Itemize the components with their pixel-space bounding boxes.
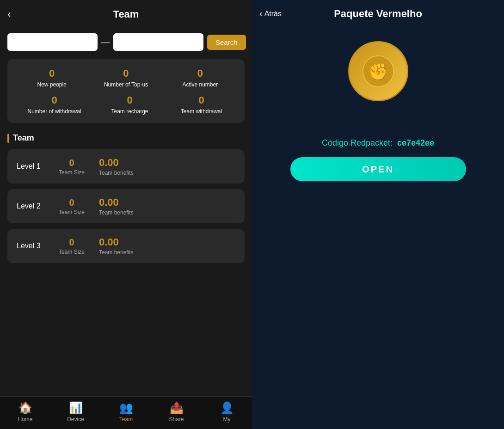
- right-back-label: Atrás: [264, 10, 282, 18]
- stat-number-topus-label: Number of Top-us: [104, 81, 148, 88]
- nav-home[interactable]: 🏠 Home: [12, 401, 39, 423]
- redpacket-code-row: Código Redpacket: ce7e42ee: [322, 138, 434, 148]
- level-1-team-size-val: 0: [69, 158, 74, 168]
- redpacket-code-label: Código Redpacket:: [322, 138, 393, 148]
- stat-team-withdrawal-value: 0: [198, 94, 204, 106]
- stat-active-number-label: Active number: [182, 81, 218, 88]
- my-icon: 👤: [220, 401, 234, 414]
- level-3-name: Level 3: [17, 242, 44, 250]
- search-input-1[interactable]: [7, 33, 98, 51]
- logo-circle: ✊ U: [348, 41, 408, 101]
- svg-text:U: U: [374, 65, 382, 79]
- level-2-team-size-val: 0: [69, 197, 74, 208]
- logo-inner: ✊ U: [355, 48, 401, 94]
- stat-team-withdrawal: 0 Team withdrawal: [178, 94, 225, 115]
- home-icon: 🏠: [18, 401, 32, 414]
- left-header: ‹ Team: [0, 0, 252, 29]
- stat-withdrawal-label: Number of withdrawal: [27, 108, 81, 115]
- stat-withdrawal: 0 Number of withdrawal: [27, 94, 81, 115]
- stat-new-people: 0 New people: [29, 67, 75, 88]
- nav-my-label: My: [223, 416, 231, 423]
- level-1-benefits-label: Team benefits: [99, 170, 134, 176]
- redpacket-code-value: ce7e42ee: [397, 138, 434, 148]
- nav-share[interactable]: 📤 Share: [163, 401, 191, 423]
- left-title: Team: [113, 8, 139, 20]
- nav-my[interactable]: 👤 My: [213, 401, 241, 423]
- right-header: ‹ Atrás Paquete Vermelho: [252, 0, 504, 27]
- search-dash: —: [101, 37, 110, 47]
- stats-row-2: 0 Number of withdrawal 0 Team recharge 0…: [15, 94, 237, 115]
- stat-recharge-label: Team recharge: [111, 108, 148, 115]
- level-2-name: Level 2: [17, 202, 44, 210]
- search-input-2[interactable]: [113, 33, 203, 51]
- level-3-benefits-block: 0.00 Team benefits: [99, 236, 134, 256]
- stat-number-topus-value: 0: [123, 67, 129, 80]
- search-bar: — Search: [0, 29, 252, 55]
- nav-share-label: Share: [169, 416, 184, 423]
- stat-team-withdrawal-label: Team withdrawal: [181, 108, 222, 115]
- right-panel: ‹ Atrás Paquete Vermelho ✊ U Código Redp…: [252, 0, 504, 429]
- level-1-benefits-block: 0.00 Team benefits: [99, 157, 134, 176]
- title-bar-accent: [7, 134, 9, 143]
- nav-home-label: Home: [18, 416, 32, 423]
- stat-withdrawal-value: 0: [51, 94, 57, 106]
- stat-active-number-value: 0: [197, 67, 203, 80]
- stats-card: 0 New people 0 Number of Top-us 0 Active…: [7, 59, 245, 123]
- logo-icon: ✊ U: [362, 55, 394, 87]
- level-2-benefits-val: 0.00: [99, 196, 134, 208]
- stats-row-1: 0 New people 0 Number of Top-us 0 Active…: [15, 67, 237, 88]
- open-button[interactable]: OPEN: [290, 157, 466, 181]
- level-1-name: Level 1: [17, 162, 44, 171]
- level-2-team-size-label: Team Size: [59, 209, 85, 215]
- nav-device-label: Device: [67, 416, 84, 423]
- team-section-title: Team: [0, 127, 252, 147]
- level-2-benefits-block: 0.00 Team benefits: [99, 196, 134, 216]
- bottom-nav: 🏠 Home 📊 Device 👥 Team 📤 Share 👤 My: [0, 396, 252, 429]
- level-3-card: Level 3 0 Team Size 0.00 Team benefits: [7, 229, 245, 263]
- left-back-button[interactable]: ‹: [7, 8, 11, 20]
- level-3-team-size-val: 0: [69, 237, 74, 248]
- level-3-benefits-label: Team benefits: [99, 249, 134, 256]
- right-title: Paquete Vermelho: [334, 8, 422, 20]
- level-1-team-size-block: 0 Team Size: [55, 158, 88, 176]
- stat-active-number: 0 Active number: [177, 67, 223, 88]
- stat-new-people-value: 0: [49, 67, 55, 80]
- level-2-card: Level 2 0 Team Size 0.00 Team benefits: [7, 189, 245, 223]
- level-1-benefits-val: 0.00: [99, 157, 134, 169]
- chevron-left-icon: ‹: [259, 8, 263, 19]
- level-1-card: Level 1 0 Team Size 0.00 Team benefits: [7, 149, 245, 184]
- stat-recharge-value: 0: [127, 94, 132, 106]
- nav-device[interactable]: 📊 Device: [62, 401, 90, 423]
- level-1-team-size-label: Team Size: [59, 169, 85, 176]
- right-back-button[interactable]: ‹ Atrás: [259, 8, 282, 19]
- nav-team-label: Team: [119, 416, 133, 423]
- stat-number-topus: 0 Number of Top-us: [103, 67, 149, 88]
- nav-team[interactable]: 👥 Team: [112, 401, 140, 423]
- share-icon: 📤: [170, 401, 184, 414]
- team-icon: 👥: [119, 401, 133, 414]
- stat-new-people-label: New people: [37, 81, 66, 88]
- level-3-team-size-label: Team Size: [59, 249, 85, 255]
- level-3-team-size-block: 0 Team Size: [55, 237, 88, 255]
- device-icon: 📊: [69, 401, 83, 414]
- stat-recharge: 0 Team recharge: [107, 94, 153, 115]
- team-label: Team: [13, 133, 34, 143]
- search-button[interactable]: Search: [207, 35, 246, 50]
- level-2-team-size-block: 0 Team Size: [55, 197, 88, 215]
- left-panel: ‹ Team — Search 0 New people 0 Number of…: [0, 0, 252, 429]
- level-3-benefits-val: 0.00: [99, 236, 134, 248]
- level-2-benefits-label: Team benefits: [99, 209, 134, 216]
